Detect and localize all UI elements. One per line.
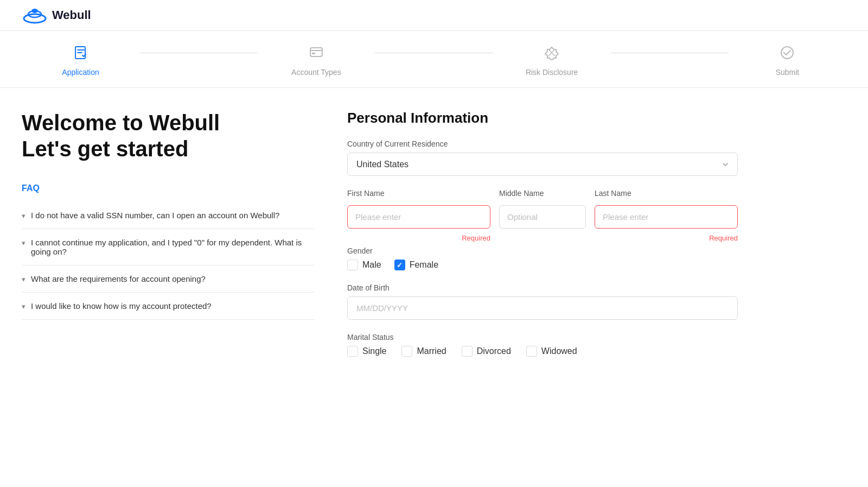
marital-single-checkbox[interactable] (347, 346, 358, 357)
left-panel: Welcome to Webull Let's get started FAQ … (22, 110, 315, 370)
step-account-types-label: Account Types (291, 68, 341, 77)
faq-chevron-4-icon: ▾ (22, 302, 25, 311)
steps-container: Application Account Types Risk Disclosur… (0, 31, 868, 88)
first-name-input[interactable] (347, 205, 490, 229)
step-risk-disclosure-label: Risk Disclosure (526, 68, 578, 77)
faq-chevron-2-icon: ▾ (22, 239, 25, 247)
faq-chevron-1-icon: ▾ (22, 212, 25, 220)
faq-item-3[interactable]: ▾ What are the requirements for account … (22, 265, 315, 293)
marital-widowed-label: Widowed (541, 346, 577, 356)
marital-widowed-checkbox[interactable] (526, 346, 537, 357)
middle-name-field: Middle Name (499, 189, 586, 242)
middle-name-input[interactable] (499, 205, 586, 229)
step-risk-disclosure[interactable]: Risk Disclosure (493, 42, 611, 77)
faq-item-4[interactable]: ▾ I would like to know how is my account… (22, 293, 315, 320)
gender-female-option[interactable]: Female (394, 260, 438, 270)
svg-rect-4 (310, 48, 322, 56)
account-types-icon (305, 42, 327, 64)
country-select[interactable]: United States (347, 153, 738, 176)
webull-logo-icon (22, 7, 48, 24)
marital-divorced-option[interactable]: Divorced (462, 346, 511, 357)
gender-group: Gender Male Female (347, 246, 738, 270)
faq-title: FAQ (22, 184, 315, 193)
faq-section: FAQ ▾ I do not have a valid SSN number, … (22, 184, 315, 320)
middle-name-label: Middle Name (499, 189, 586, 198)
last-name-error: Required (595, 234, 738, 242)
gender-male-option[interactable]: Male (347, 260, 381, 270)
marital-label: Marital Status (347, 333, 738, 341)
step-account-types[interactable]: Account Types (257, 42, 375, 77)
marital-married-label: Married (417, 346, 446, 356)
faq-question-1[interactable]: ▾ I do not have a valid SSN number, can … (22, 211, 315, 220)
last-name-field: Last Name Required (595, 189, 738, 242)
dob-group: Date of Birth (347, 283, 738, 320)
marital-group: Marital Status Single Married Divorced W… (347, 333, 738, 357)
last-name-label: Last Name (595, 189, 738, 198)
marital-widowed-option[interactable]: Widowed (526, 346, 577, 357)
marital-single-label: Single (362, 346, 386, 356)
gender-male-checkbox[interactable] (347, 260, 358, 270)
marital-married-checkbox[interactable] (401, 346, 412, 357)
welcome-title: Welcome to Webull Let's get started (22, 110, 315, 162)
dob-label: Date of Birth (347, 283, 738, 292)
application-icon (70, 42, 92, 64)
faq-chevron-3-icon: ▾ (22, 275, 25, 283)
step-application-label: Application (62, 68, 99, 77)
step-application[interactable]: Application (22, 42, 139, 77)
gender-male-label: Male (362, 260, 381, 270)
step-line-3 (611, 53, 729, 53)
gender-female-checkbox[interactable] (394, 260, 405, 270)
submit-icon (776, 42, 798, 64)
marital-married-option[interactable]: Married (401, 346, 446, 357)
first-name-label: First Name (347, 189, 490, 198)
faq-question-3[interactable]: ▾ What are the requirements for account … (22, 274, 315, 283)
country-label: Country of Current Residence (347, 140, 738, 148)
svg-rect-5 (312, 53, 315, 54)
faq-question-4[interactable]: ▾ I would like to know how is my account… (22, 301, 315, 311)
logo-area: Webull (22, 7, 91, 24)
faq-question-2[interactable]: ▾ I cannot continue my application, and … (22, 238, 315, 256)
step-line-2 (375, 53, 493, 53)
first-name-field: First Name Required (347, 189, 490, 242)
personal-info-title: Personal Information (347, 110, 738, 127)
step-submit[interactable]: Submit (729, 42, 846, 77)
svg-point-0 (24, 14, 46, 23)
right-panel: Personal Information Country of Current … (347, 110, 738, 370)
last-name-input[interactable] (595, 205, 738, 229)
header: Webull (0, 0, 868, 31)
gender-options: Male Female (347, 260, 738, 270)
marital-divorced-checkbox[interactable] (462, 346, 473, 357)
step-submit-label: Submit (776, 68, 800, 77)
name-row: First Name Required Middle Name Last Nam… (347, 189, 738, 242)
first-name-error: Required (347, 234, 490, 242)
marital-single-option[interactable]: Single (347, 346, 386, 357)
gender-female-label: Female (410, 260, 438, 270)
step-line-1 (139, 53, 257, 53)
svg-point-2 (31, 9, 38, 13)
dob-input[interactable] (347, 296, 738, 320)
brand-name: Webull (52, 8, 91, 22)
gender-label: Gender (347, 246, 738, 255)
risk-disclosure-icon (541, 42, 563, 64)
faq-item-1[interactable]: ▾ I do not have a valid SSN number, can … (22, 202, 315, 229)
main-content: Welcome to Webull Let's get started FAQ … (0, 88, 760, 391)
marital-divorced-label: Divorced (477, 346, 511, 356)
svg-point-6 (781, 47, 793, 59)
faq-item-2[interactable]: ▾ I cannot continue my application, and … (22, 229, 315, 265)
country-group: Country of Current Residence United Stat… (347, 140, 738, 176)
marital-options: Single Married Divorced Widowed (347, 346, 738, 357)
